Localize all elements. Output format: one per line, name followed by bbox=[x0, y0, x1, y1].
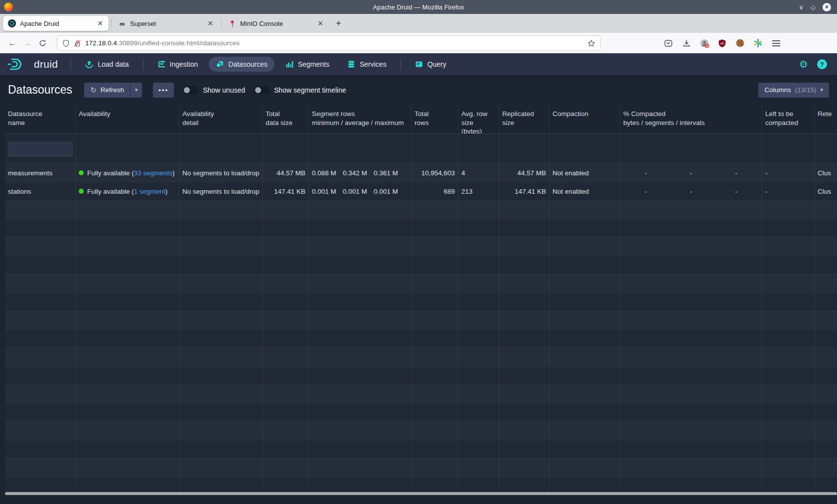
table-row-empty bbox=[5, 219, 837, 237]
insecure-lock-icon[interactable] bbox=[74, 39, 81, 47]
cell-pct_compacted bbox=[620, 330, 762, 348]
column-header-retention[interactable]: Rete bbox=[815, 105, 837, 133]
cell-availability_detail: No segments to load/drop bbox=[179, 182, 263, 200]
settings-gear-icon[interactable]: ⚙ bbox=[799, 58, 808, 70]
datasource-name-filter[interactable] bbox=[8, 141, 73, 156]
cookie-icon[interactable] bbox=[733, 36, 747, 50]
column-header-compaction[interactable]: Compaction bbox=[550, 105, 620, 133]
cell-avg_row_size: 4 bbox=[458, 164, 499, 182]
more-actions-button[interactable]: ••• bbox=[153, 83, 174, 98]
column-header-name[interactable]: Datasource name bbox=[5, 105, 76, 133]
column-header-total_data_size[interactable]: Total data size bbox=[263, 105, 309, 133]
nav-item-load-data[interactable]: Load data bbox=[78, 57, 136, 72]
segments-link[interactable]: 33 segments bbox=[134, 169, 172, 177]
cell-retention bbox=[815, 201, 837, 219]
nav-item-query[interactable]: Query bbox=[408, 57, 453, 72]
cell-compaction[interactable]: Not enabled bbox=[550, 164, 620, 182]
filter-cell-retention bbox=[815, 134, 837, 163]
tab-close-icon[interactable]: ✕ bbox=[206, 19, 215, 27]
cell-total_rows bbox=[412, 348, 458, 366]
column-header-availability_detail[interactable]: Availability detail bbox=[179, 105, 263, 133]
tab-close-icon[interactable]: ✕ bbox=[316, 19, 325, 27]
horizontal-scrollbar[interactable] bbox=[5, 492, 837, 495]
column-header-segment_rows[interactable]: Segment rows minimum / average / maximum bbox=[309, 105, 412, 133]
column-header-left_to_be_compacted[interactable]: Left to be compacted bbox=[762, 105, 815, 133]
back-icon[interactable]: ← bbox=[5, 36, 20, 51]
refresh-icon: ↻ bbox=[90, 86, 97, 95]
druid-nav-bar: druid Load data Ingestion Datasources Se… bbox=[0, 53, 837, 75]
cell-left_to_be_compacted bbox=[762, 422, 815, 440]
cell-retention[interactable]: Clus bbox=[815, 182, 837, 200]
column-header-availability[interactable]: Availability bbox=[76, 105, 179, 133]
nav-item-ingestion[interactable]: Ingestion bbox=[150, 57, 205, 72]
column-header-replicated_size[interactable]: Replicated size bbox=[499, 105, 550, 133]
nav-item-services[interactable]: Services bbox=[340, 57, 394, 72]
refresh-dropdown-button[interactable]: ▾ bbox=[130, 83, 142, 98]
cell-pct_compacted bbox=[620, 367, 762, 384]
cell-total_rows bbox=[412, 274, 458, 292]
segments-link[interactable]: 1 segment bbox=[134, 188, 165, 195]
cell-retention[interactable]: Clus bbox=[815, 164, 837, 182]
downloads-icon[interactable] bbox=[680, 36, 693, 50]
cell-availability_detail bbox=[179, 293, 263, 311]
window-maximize-icon[interactable]: ◇ bbox=[811, 3, 816, 11]
cell-left_to_be_compacted bbox=[762, 367, 815, 384]
datasource-name[interactable]: stations bbox=[5, 182, 76, 200]
show-segment-timeline-toggle[interactable] bbox=[254, 86, 269, 94]
reload-icon[interactable] bbox=[35, 36, 50, 51]
refresh-button[interactable]: ↻ Refresh bbox=[84, 83, 130, 98]
datasource-name[interactable]: measurements bbox=[5, 164, 76, 182]
svg-text:uO: uO bbox=[720, 41, 724, 44]
tab-apache-druid[interactable]: Apache Druid ✕ bbox=[3, 16, 109, 31]
cell-total_data_size: 44.57 MB bbox=[263, 164, 309, 182]
cell-compaction bbox=[550, 403, 620, 421]
cell-availability bbox=[76, 367, 179, 384]
cell-total_rows bbox=[412, 238, 458, 255]
nav-item-label: Services bbox=[360, 60, 387, 68]
menu-hamburger-icon[interactable] bbox=[769, 36, 783, 50]
show-unused-toggle[interactable] bbox=[183, 86, 198, 94]
column-header-avg_row_size[interactable]: Avg. row size (bytes) bbox=[458, 105, 499, 133]
cell-name bbox=[5, 367, 76, 384]
tab-minio-console[interactable]: MinIO Console ✕ bbox=[223, 16, 329, 31]
cell-avg_row_size bbox=[458, 256, 499, 274]
ublock-shield-icon[interactable]: uO bbox=[715, 36, 729, 50]
tab-close-icon[interactable]: ✕ bbox=[96, 19, 105, 27]
table-row-empty bbox=[5, 292, 837, 311]
window-close-icon[interactable]: × bbox=[823, 3, 831, 11]
new-tab-button[interactable]: + bbox=[330, 18, 347, 29]
cell-avg_row_size bbox=[458, 293, 499, 311]
column-header-pct_compacted[interactable]: % Compacted bytes / segments / intervals bbox=[620, 105, 762, 133]
cell-pct_compacted: --- bbox=[620, 164, 762, 182]
shield-icon[interactable] bbox=[62, 39, 70, 47]
cell-pct_compacted bbox=[620, 311, 762, 329]
url-bar[interactable]: 172.18.0.4:30899/unified-console.html#da… bbox=[57, 35, 601, 51]
bookmark-star-icon[interactable] bbox=[587, 39, 595, 47]
druid-logo[interactable]: druid bbox=[7, 57, 58, 71]
forward-icon[interactable]: → bbox=[20, 36, 35, 51]
subcell-segment_rows: 0.342 M bbox=[343, 169, 374, 177]
cell-total_data_size bbox=[263, 293, 309, 311]
druid-favicon-icon bbox=[8, 19, 16, 27]
cell-compaction bbox=[550, 238, 620, 255]
cell-replicated_size bbox=[499, 311, 550, 329]
cell-avg_row_size bbox=[458, 238, 499, 255]
pocket-icon[interactable] bbox=[662, 36, 675, 50]
help-icon[interactable]: ? bbox=[817, 59, 827, 69]
cell-availability_detail bbox=[179, 219, 263, 237]
extension-icon[interactable] bbox=[698, 36, 711, 50]
tab-superset[interactable]: ∞ Superset ✕ bbox=[113, 16, 219, 31]
url-text[interactable]: 172.18.0.4:30899/unified-console.html#da… bbox=[85, 39, 583, 47]
nav-item-segments[interactable]: Segments bbox=[279, 57, 336, 72]
asterisk-extension-icon[interactable] bbox=[751, 36, 765, 50]
window-minimize-icon[interactable]: ∨ bbox=[799, 3, 804, 11]
window-titlebar: Apache Druid — Mozilla Firefox ∨ ◇ × bbox=[0, 0, 837, 14]
column-header-total_rows[interactable]: Total rows bbox=[412, 105, 458, 133]
nav-item-datasources[interactable]: Datasources bbox=[209, 57, 275, 72]
cell-segment_rows bbox=[309, 348, 412, 366]
filter-cell-pct_compacted bbox=[620, 134, 762, 163]
cell-compaction[interactable]: Not enabled bbox=[550, 182, 620, 200]
columns-button[interactable]: Columns (13/15) ▾ bbox=[758, 83, 829, 98]
cell-segment_rows bbox=[309, 459, 412, 477]
druid-logo-icon bbox=[7, 57, 30, 71]
